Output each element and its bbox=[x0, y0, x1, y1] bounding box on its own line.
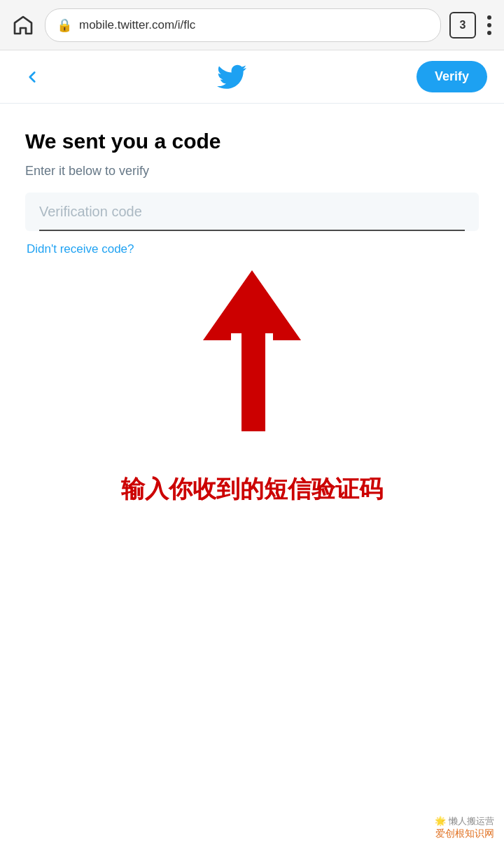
back-button[interactable] bbox=[17, 62, 48, 92]
twitter-nav: Verify bbox=[0, 50, 504, 104]
page-subtitle: Enter it below to verify bbox=[25, 164, 479, 179]
svg-rect-0 bbox=[241, 333, 265, 431]
resend-code-link[interactable]: Didn't receive code? bbox=[25, 242, 134, 256]
verify-button[interactable]: Verify bbox=[416, 61, 487, 92]
arrow-annotation bbox=[25, 270, 479, 466]
browser-chrome: 🔒 mobile.twitter.com/i/flc 3 bbox=[0, 0, 504, 50]
main-content: We sent you a code Enter it below to ver… bbox=[0, 104, 504, 466]
twitter-bird-icon bbox=[217, 62, 246, 92]
verification-code-input[interactable] bbox=[39, 204, 465, 230]
lock-icon: 🔒 bbox=[57, 18, 72, 33]
home-icon[interactable] bbox=[10, 12, 36, 39]
watermark: 🌟 懒人搬运营 爱创根知识网 bbox=[435, 815, 494, 840]
input-underline bbox=[39, 230, 465, 231]
tab-count-badge[interactable]: 3 bbox=[449, 12, 476, 39]
url-bar[interactable]: 🔒 mobile.twitter.com/i/flc bbox=[45, 8, 441, 42]
watermark-line2: 爱创根知识网 bbox=[435, 828, 494, 840]
red-arrow-svg bbox=[182, 270, 322, 452]
chinese-annotation-text: 输入你收到的短信验证码 bbox=[0, 473, 504, 506]
page-title: We sent you a code bbox=[25, 129, 479, 154]
browser-menu-icon[interactable] bbox=[484, 13, 494, 38]
twitter-logo bbox=[48, 62, 416, 92]
url-text: mobile.twitter.com/i/flc bbox=[79, 18, 429, 32]
verification-input-container bbox=[25, 193, 479, 231]
svg-marker-1 bbox=[203, 270, 301, 340]
watermark-line1: 🌟 懒人搬运营 bbox=[435, 815, 494, 828]
